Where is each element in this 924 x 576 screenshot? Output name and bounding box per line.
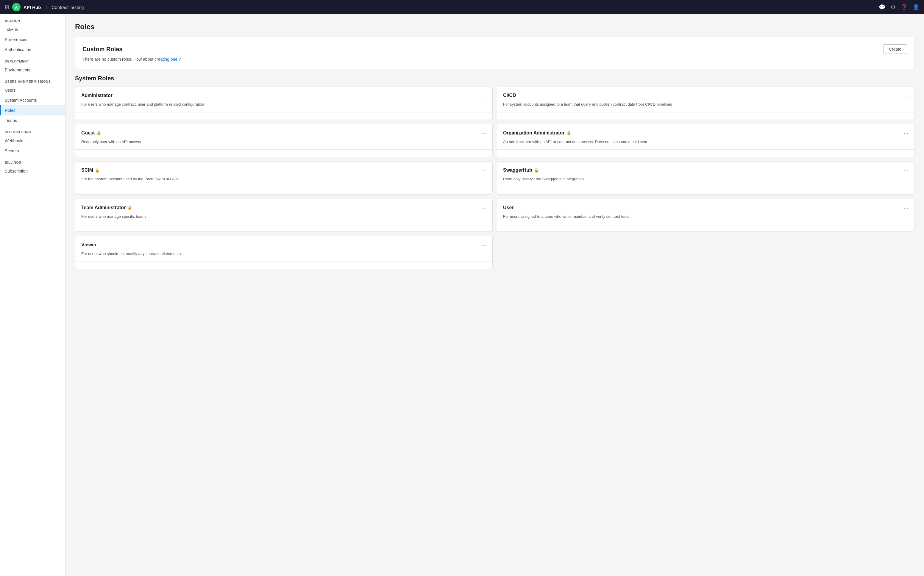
layout: ACCOUNT Tokens Preferences Authenticatio… [0,14,924,576]
sidebar: ACCOUNT Tokens Preferences Authenticatio… [0,14,66,576]
role-description: An administrator with no API or contract… [503,139,908,145]
sidebar-item-webhooks[interactable]: Webhooks [0,136,65,146]
more-menu-icon[interactable]: ··· [482,168,487,174]
roles-grid: Administrator ··· For users who manage c… [75,86,914,269]
more-menu-icon[interactable]: ··· [482,130,487,136]
page-title: Roles [75,22,914,31]
role-name: SCIM 🔒 [81,168,100,173]
title-separator: | [46,5,47,10]
role-card-viewer: Viewer ··· For users who should not modi… [75,236,493,269]
role-description: For users who should not modify any cont… [81,251,487,257]
role-card-header: Guest 🔒 ··· [81,130,487,136]
top-navigation: ⊞ A API Hub | Contract Testing 💬 ⚙ ❓ 👤 [0,0,924,14]
sidebar-item-subscription[interactable]: Subscription [0,166,65,176]
card-divider [496,112,915,112]
more-menu-icon[interactable]: ··· [904,130,908,136]
settings-icon[interactable]: ⚙ [891,4,895,10]
app-logo: A [12,3,21,11]
lock-icon: 🔒 [567,131,571,135]
role-card-header: Organization Administrator 🔒 ··· [503,130,908,136]
role-card-header: User ··· [503,205,908,211]
section-deployment: DEPLOYMENT [0,55,65,65]
role-name: Viewer [81,242,96,248]
more-menu-icon[interactable]: ··· [482,242,487,248]
role-description: Read only user for the SwaggerHub integr… [503,176,908,182]
role-name: User [503,205,514,210]
role-name: Guest 🔒 [81,130,101,136]
role-card-header: Team Administrator 🔒 ··· [81,205,487,211]
role-card-header: CI/CD ··· [503,93,908,99]
lock-icon: 🔒 [534,168,539,173]
role-card-swaggerhub: SwaggerHub 🔒 ··· Read only user for the … [497,161,914,195]
card-divider [74,149,493,150]
section-account: ACCOUNT [0,14,65,24]
role-name: Team Administrator 🔒 [81,205,132,210]
role-name: SwaggerHub 🔒 [503,168,539,173]
role-name: CI/CD [503,93,516,98]
section-billings: BILLINGS [0,156,65,166]
role-name: Organization Administrator 🔒 [503,130,571,136]
custom-roles-card: Custom Roles Create There are no custom … [75,37,914,69]
sidebar-item-authentication[interactable]: Authentication [0,45,65,55]
role-description: Read only user with no API access [81,139,487,145]
more-menu-icon[interactable]: ··· [482,205,487,211]
sidebar-item-environments[interactable]: Environments [0,65,65,75]
card-divider [74,112,493,112]
custom-roles-title: Custom Roles [82,46,122,53]
more-menu-icon[interactable]: ··· [482,93,487,99]
more-menu-icon[interactable]: ··· [904,93,908,99]
role-card-header: SCIM 🔒 ··· [81,168,487,174]
card-divider [496,187,915,187]
sidebar-item-roles[interactable]: Roles [0,105,65,115]
lock-icon: 🔒 [96,131,101,135]
role-card-header: SwaggerHub 🔒 ··· [503,168,908,174]
section-users-permissions: USERS AND PERMISSIONS [0,75,65,85]
card-divider [496,149,915,150]
chat-icon[interactable]: 💬 [879,4,885,10]
role-card-team-admin: Team Administrator 🔒 ··· For users who m… [75,199,493,232]
system-roles-section: System Roles Administrator ··· For users… [75,75,914,269]
more-menu-icon[interactable]: ··· [904,205,908,211]
user-icon[interactable]: 👤 [913,4,919,10]
role-name: Administrator [81,93,112,98]
sidebar-item-secrets[interactable]: Secrets [0,146,65,156]
section-integrations: INTEGRATIONS [0,126,65,136]
role-card-header: Administrator ··· [81,93,487,99]
sidebar-item-tokens[interactable]: Tokens [0,24,65,35]
role-card-administrator: Administrator ··· For users who manage c… [75,86,493,120]
topnav-right: 💬 ⚙ ❓ 👤 [879,4,919,10]
sidebar-item-system-accounts[interactable]: System Accounts [0,95,65,105]
topnav-left: ⊞ A API Hub | Contract Testing [5,3,879,11]
card-divider [74,187,493,187]
role-card-header: Viewer ··· [81,242,487,248]
main-content: Roles Custom Roles Create There are no c… [66,14,924,576]
lock-icon: 🔒 [127,205,132,210]
creating-one-link[interactable]: creating one [154,57,178,62]
card-divider [496,224,915,224]
lock-icon: 🔒 [95,168,100,173]
create-button[interactable]: Create [883,44,907,54]
sidebar-item-teams[interactable]: Teams [0,115,65,126]
more-menu-icon[interactable]: ··· [904,168,908,174]
no-roles-text: There are no custom roles. How about cre… [82,57,907,62]
role-card-cicd: CI/CD ··· For system accounts assigned t… [497,86,914,120]
card-divider [74,224,493,224]
role-card-guest: Guest 🔒 ··· Read only user with no API a… [75,124,493,157]
custom-roles-header: Custom Roles Create [82,44,907,54]
role-description: For system accounts assigned to a team t… [503,101,908,107]
app-name: API Hub [24,5,41,10]
role-card-org-admin: Organization Administrator 🔒 ··· An admi… [497,124,914,157]
org-name: Contract Testing [52,5,84,10]
role-description: For the System Account used by the PactF… [81,176,487,182]
role-card-scim: SCIM 🔒 ··· For the System Account used b… [75,161,493,195]
role-description: For users who manage specific teams [81,214,487,219]
help-icon[interactable]: ❓ [901,4,907,10]
system-roles-title: System Roles [75,75,914,82]
role-description: For users assigned to a team who write, … [503,214,908,219]
card-divider [74,261,493,262]
role-card-user: User ··· For users assigned to a team wh… [497,199,914,232]
sidebar-item-preferences[interactable]: Preferences [0,35,65,45]
sidebar-item-users[interactable]: Users [0,85,65,95]
grid-icon[interactable]: ⊞ [5,4,9,10]
role-description: For users who manage contract, user and … [81,101,487,107]
